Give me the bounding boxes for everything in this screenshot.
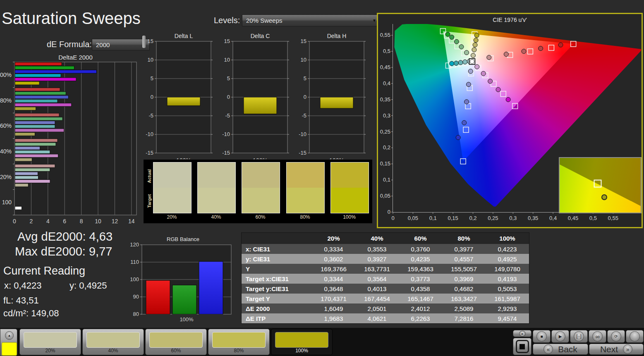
table-cell: 161,5987 (486, 294, 529, 303)
deltae-bar-60%-cyan (15, 125, 55, 128)
stop-pattern-button[interactable] (513, 338, 531, 355)
table-cell: 0,3564 (355, 274, 399, 284)
pattern-button-60%[interactable]: 60% (145, 329, 207, 355)
cie-measured-marker-red (558, 43, 563, 47)
deltae-bar-40%-cyan (15, 150, 50, 153)
swatch-label-100%: 100% (330, 214, 368, 220)
de-formula-label: dE Formula: (47, 40, 92, 49)
swatch-label-40%: 40% (197, 214, 235, 220)
axis-tick-label: 100% (0, 72, 12, 78)
axis-tick-label: 5 (151, 75, 153, 81)
swatch-60% (242, 162, 280, 213)
rgb-bar-green (172, 285, 196, 314)
back-button[interactable]: «Back (533, 344, 588, 355)
table-cell: 0,4235 (399, 254, 442, 264)
axis-tick-label: 100% (253, 157, 268, 159)
axis-tick-label: 100 (2, 199, 12, 205)
axis-tick-label: -5 (225, 112, 230, 119)
cie-measured-marker-red (522, 49, 526, 54)
next-button[interactable]: Next» (589, 344, 644, 355)
deltae-bar-100%-magenta (15, 78, 76, 81)
cie-measured-marker-yellow (472, 48, 476, 52)
axis-tick-label: 0,25 (380, 129, 390, 135)
axis-tick-label: 0,1 (383, 177, 390, 183)
pattern-swatch-80% (212, 332, 266, 348)
deltae-bar-80%-yellow (15, 107, 36, 110)
levels-dropdown[interactable]: 20% Sweeps ▼ (242, 14, 381, 26)
table-cell: 0,3760 (399, 244, 442, 254)
frame-step-button[interactable]: [··] (570, 330, 588, 343)
stop-button[interactable]: ■ (533, 330, 551, 343)
table-cell: 2,0501 (355, 303, 399, 313)
cie-measured-marker-yellow (474, 38, 478, 43)
pattern-swatch-40% (86, 332, 140, 348)
measurement-table: 20%40%60%80%100%x: CIE310,33340,35530,37… (241, 232, 529, 324)
table-cell: 159,4363 (399, 264, 442, 274)
back-arrow-icon: « (543, 344, 553, 354)
swatch-target-100% (331, 188, 369, 213)
table-row: y: CIE310,36020,39270,42350,45570,4925 (242, 254, 529, 264)
table-row: Target y:CIE310,36480,40130,43580,46820,… (242, 284, 529, 294)
loop-button[interactable]: ∞ (589, 330, 606, 343)
axis-tick-label: 60% (0, 122, 12, 129)
deltae-bar-80%-red (15, 88, 60, 91)
deltae-bar-20%-cyan (15, 176, 38, 179)
axis-tick-label: 10 (301, 57, 306, 63)
deltae-bar-60%-red (15, 113, 59, 117)
axis-tick-label: 100% (176, 157, 191, 159)
pattern-button-20%[interactable]: 20% (19, 329, 81, 355)
axis-tick-label: 0,15 (380, 160, 390, 167)
current-cdm2-value: cd/m²: 149,08 (3, 308, 59, 319)
deltae-bar-100%-red (15, 62, 62, 66)
table-cell: 2,9293 (486, 303, 529, 313)
delta_h-bar (320, 97, 353, 108)
collapse-right-button[interactable]: ▲ (513, 330, 531, 337)
axis-tick-label: -5 (148, 112, 153, 119)
deltae-bar-20%-yellow (15, 184, 28, 187)
swatch-actual-20% (153, 162, 191, 188)
cie-measured-marker-magenta (481, 71, 486, 76)
cie-inset-measured-marker (601, 194, 607, 200)
axis-tick-label: -15 (222, 150, 230, 156)
table-cell: 0,4013 (355, 284, 399, 294)
table-cell: 155,5057 (442, 264, 486, 274)
cie-measured-marker-red (539, 46, 543, 51)
table-header-100%: 100% (486, 233, 529, 244)
table-cell: 165,1467 (399, 294, 442, 303)
axis-tick-label: 14 (128, 218, 135, 224)
pattern-button-100%[interactable]: 100% (271, 329, 333, 355)
axis-tick-label: Delta L (175, 33, 193, 39)
de-formula-dropdown[interactable]: 2000 ▼ (92, 39, 150, 50)
cie-whitepoint-measured (470, 60, 474, 64)
refresh-icon: ⟳ (611, 331, 621, 342)
cie-target-marker-red (548, 45, 554, 50)
cie-measured-marker-blue (468, 69, 473, 74)
axis-tick-label: -10 (146, 131, 153, 137)
pattern-button-80%[interactable]: 80% (208, 329, 270, 355)
play-button[interactable]: ▶ (551, 330, 569, 343)
table-cell: 7,2816 (442, 313, 486, 324)
cie-target-marker-red (527, 49, 533, 54)
table-cell: 0,3773 (399, 274, 442, 284)
collapse-up-button[interactable]: ▲ (5, 331, 14, 340)
cie-measured-marker-cyan (450, 61, 454, 66)
axis-tick-label: 0 (151, 94, 153, 100)
axis-tick-label: 12 (112, 218, 118, 224)
table-cell: 0,3969 (442, 274, 486, 284)
axis-tick-label: 6 (63, 218, 66, 224)
refresh-button[interactable]: ⟳ (607, 330, 625, 343)
cie-measured-marker-magenta (475, 65, 479, 69)
pattern-button-40%[interactable]: 40% (82, 329, 144, 355)
table-header-60%: 60% (399, 233, 442, 244)
axis-tick-label: 0 (227, 94, 230, 100)
swatch-20% (153, 162, 192, 213)
current-y-value: y: 0,4925 (69, 280, 107, 291)
axis-tick-label: 90 (133, 294, 139, 300)
record-button[interactable] (626, 330, 644, 343)
cie-target-marker-magenta (500, 91, 506, 97)
current-fl-value: fL: 43,51 (3, 295, 39, 306)
rgb-bar-blue (199, 261, 223, 314)
table-row: Target Y170,4371167,4454165,1467163,3427… (242, 294, 529, 303)
axis-tick-label: 0,3 (509, 215, 517, 221)
axis-tick-label: 100% (180, 316, 194, 323)
